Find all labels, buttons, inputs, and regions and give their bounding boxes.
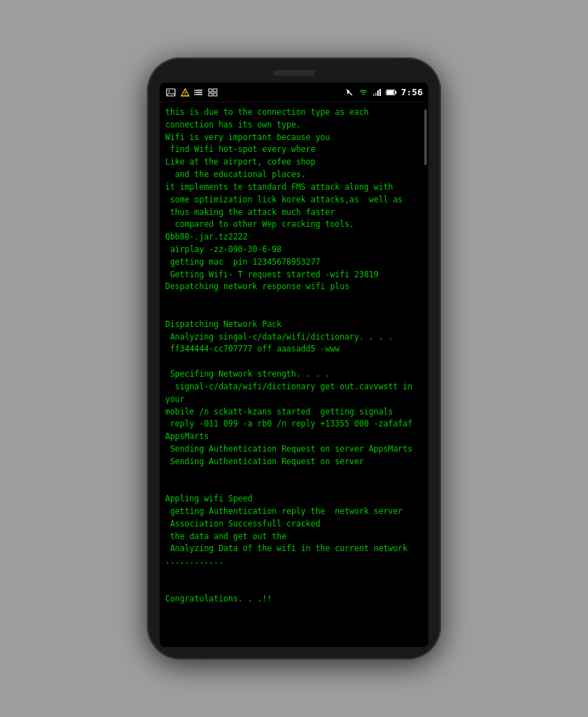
battery-icon [386,88,397,97]
terminal-area: this is due to the connection type as ea… [160,102,428,647]
phone-speaker [273,70,315,76]
phone-device: 7:56 this is due to the connection type … [147,57,441,660]
status-icons-left [165,88,218,97]
svg-rect-14 [214,93,217,96]
wifi-icon [358,88,369,97]
svg-point-4 [184,94,185,95]
svg-rect-13 [209,93,212,96]
phone-screen: 7:56 this is due to the connection type … [160,83,428,647]
svg-rect-22 [395,91,396,94]
svg-rect-12 [214,89,217,92]
svg-rect-19 [379,89,381,96]
svg-point-9 [195,92,196,93]
grid-icon [207,88,218,97]
svg-rect-21 [386,90,393,94]
svg-rect-11 [209,89,212,92]
svg-rect-17 [375,92,377,96]
svg-rect-16 [373,94,374,96]
scrollbar[interactable] [424,109,427,165]
svg-rect-18 [377,90,379,96]
status-bar: 7:56 [160,83,428,102]
svg-point-8 [195,90,196,91]
warning-icon [179,88,190,97]
signal-icon [372,88,383,97]
list-icon [193,88,204,97]
mute-icon [344,88,355,97]
image-icon [165,88,176,97]
clock-time: 7:56 [401,87,423,97]
svg-point-10 [195,94,196,95]
svg-point-1 [169,90,170,92]
status-right: 7:56 [344,87,423,97]
terminal-output: this is due to the connection type as ea… [165,106,423,606]
